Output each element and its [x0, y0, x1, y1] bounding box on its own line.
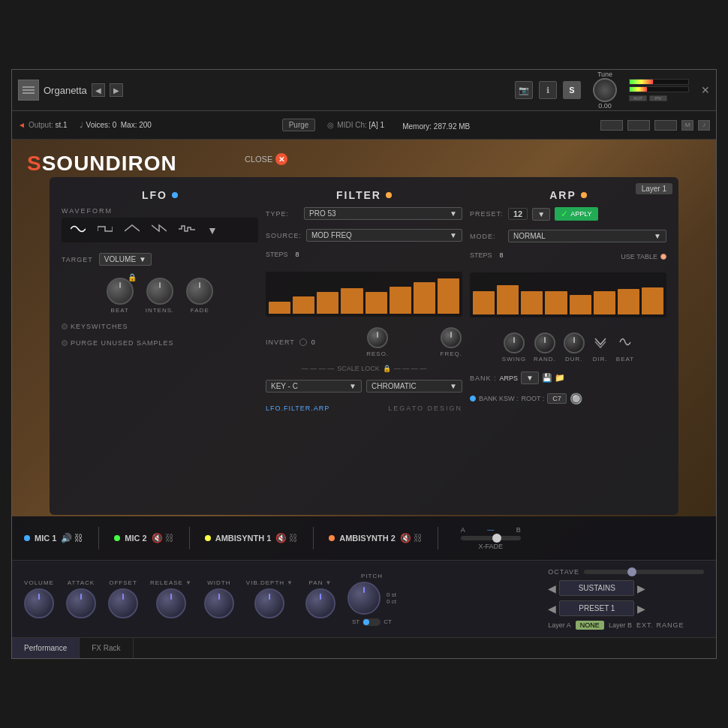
close-x-icon[interactable]: ✕	[275, 153, 287, 165]
offset-knob[interactable]	[108, 588, 138, 618]
arp-preset-dropdown[interactable]: ▼	[532, 208, 550, 221]
ambi-1-link-icon[interactable]: ⛓	[289, 533, 298, 543]
keyswitches-checkbox[interactable]	[62, 323, 68, 329]
release-knob[interactable]	[156, 588, 186, 618]
xfade-thumb[interactable]	[492, 534, 501, 543]
wave-random-btn[interactable]	[176, 222, 198, 238]
nav-next-btn[interactable]: ▶	[110, 83, 123, 97]
arp-bar-chart[interactable]	[470, 272, 666, 317]
invert-row: INVERT 0	[266, 338, 315, 346]
root-icon[interactable]: 🔘	[570, 393, 582, 405]
preset-next-btn[interactable]: ▶	[637, 603, 645, 615]
arp-swing-knob[interactable]	[504, 332, 525, 353]
arp-bar[interactable]	[473, 291, 495, 314]
arp-apply-btn[interactable]: ✓ APPLY	[555, 207, 597, 221]
arp-dur-knob[interactable]	[564, 332, 585, 353]
mic-1-speaker-icon[interactable]: 🔊	[61, 533, 72, 543]
volume-label: VOLUME	[24, 579, 54, 586]
volume-knob[interactable]	[24, 588, 54, 618]
tab-fx-rack[interactable]: FX Rack	[80, 638, 133, 658]
xfade-track[interactable]	[461, 536, 521, 540]
ambi-1-mute-icon[interactable]: 🔇	[275, 533, 287, 543]
arp-bar[interactable]	[521, 291, 543, 314]
arp-mode-dropdown[interactable]: NORMAL ▼	[508, 230, 666, 242]
pan-ctrl: PAN ▼	[305, 579, 335, 618]
mic-mixer: MIC 1 🔊 ⛓ MIC 2 🔇 ⛓ AMBISYNTH 1	[12, 516, 716, 560]
filter-dot	[386, 192, 392, 198]
bank-folder-icon[interactable]: 📁	[555, 373, 565, 383]
arp-bar[interactable]	[570, 295, 591, 314]
lfo-fade-knob[interactable]	[186, 278, 213, 305]
arp-swing-label: SWING	[502, 356, 526, 362]
arp-bar[interactable]	[618, 289, 639, 314]
bank-ksw-toggle[interactable]	[470, 396, 476, 402]
filter-bar[interactable]	[317, 292, 338, 314]
root-val: C7	[547, 393, 567, 404]
window-close-btn[interactable]: ✕	[701, 84, 710, 96]
nav-prev-btn[interactable]: ◀	[92, 83, 105, 97]
filter-bar[interactable]	[269, 302, 290, 314]
arp-rand-knob[interactable]	[534, 332, 555, 353]
chromatic-dropdown[interactable]: CHROMATIC ▼	[366, 380, 462, 393]
preset-prev-btn[interactable]: ◀	[548, 603, 556, 615]
filter-source-dropdown[interactable]: MOD FREQ ▼	[306, 229, 462, 242]
arp-bar[interactable]	[545, 291, 567, 314]
scale-lock-row: — — — — SCALE LOCK 🔒 — — — —	[266, 365, 462, 372]
ambi-2-mute-icon[interactable]: 🔇	[400, 533, 411, 543]
arp-dir-icon[interactable]	[592, 334, 609, 353]
wave-saw-down-btn[interactable]	[149, 222, 170, 238]
purge-btn[interactable]: Purge	[282, 119, 316, 131]
vib-knob[interactable]	[254, 588, 284, 618]
pitch-knob[interactable]	[347, 582, 381, 615]
arp-preset-num: 12	[508, 208, 528, 220]
filter-type-dropdown[interactable]: PRO 53 ▼	[304, 207, 462, 220]
layer-row: Layer A NONE Layer B EXT. RANGE	[548, 621, 704, 630]
use-table-indicator[interactable]	[660, 254, 666, 260]
title-name: Organetta	[44, 85, 87, 96]
filter-bar-chart[interactable]	[266, 272, 462, 317]
arp-bar[interactable]	[642, 287, 663, 314]
st-ct-toggle[interactable]	[362, 618, 381, 626]
bank-save-icon[interactable]: 💾	[542, 373, 552, 383]
filter-bar[interactable]	[366, 292, 387, 314]
wave-triangle-btn[interactable]	[122, 222, 143, 238]
close-panel-btn[interactable]: CLOSE ✕	[245, 153, 287, 165]
filter-reso-knob[interactable]	[367, 327, 388, 348]
arp-bar[interactable]	[594, 291, 615, 314]
sustain-next-btn[interactable]: ▶	[637, 582, 645, 594]
wave-sine-btn[interactable]	[68, 222, 89, 238]
save-icon-btn[interactable]: S	[563, 81, 581, 99]
mic-2-link-icon[interactable]: ⛓	[165, 533, 174, 543]
bank-dropdown[interactable]: ▼	[521, 372, 539, 384]
filter-bar[interactable]	[414, 282, 435, 314]
sustain-prev-btn[interactable]: ◀	[548, 582, 556, 594]
target-dropdown[interactable]: VOLUME ▼	[99, 253, 152, 266]
ambi-2-link-icon[interactable]: ⛓	[414, 533, 423, 543]
a-label: A	[461, 526, 465, 534]
camera-icon-btn[interactable]: 📷	[515, 81, 533, 99]
info-icon-btn[interactable]: ℹ	[539, 81, 557, 99]
invert-radio[interactable]	[299, 338, 307, 346]
attack-knob[interactable]	[66, 588, 96, 618]
arp-beat-icon[interactable]	[617, 334, 633, 353]
pan-knob[interactable]	[305, 588, 335, 618]
mic-2-mute-icon[interactable]: 🔇	[152, 533, 163, 543]
mic-1-link-icon[interactable]: ⛓	[74, 533, 83, 543]
preset-row: ◀ PRESET 1 ▶	[548, 600, 704, 616]
wave-square-btn[interactable]	[95, 222, 116, 238]
purge-checkbox[interactable]	[62, 340, 68, 346]
key-dropdown[interactable]: KEY - C ▼	[266, 380, 362, 393]
lfo-intens-knob[interactable]	[146, 278, 173, 305]
filter-bar[interactable]	[438, 278, 459, 314]
filter-freq-knob[interactable]	[441, 327, 462, 348]
arp-bar[interactable]	[497, 285, 519, 314]
filter-bar[interactable]	[390, 287, 411, 314]
lfo-beat-knob[interactable]	[107, 278, 134, 305]
tab-performance[interactable]: Performance	[12, 638, 80, 658]
filter-bar[interactable]	[293, 296, 314, 314]
wave-more-btn[interactable]: ▼	[204, 223, 221, 238]
filter-bar[interactable]	[341, 288, 362, 314]
width-knob[interactable]	[204, 588, 234, 618]
octave-slider[interactable]	[584, 570, 704, 574]
tune-knob[interactable]	[593, 78, 617, 102]
